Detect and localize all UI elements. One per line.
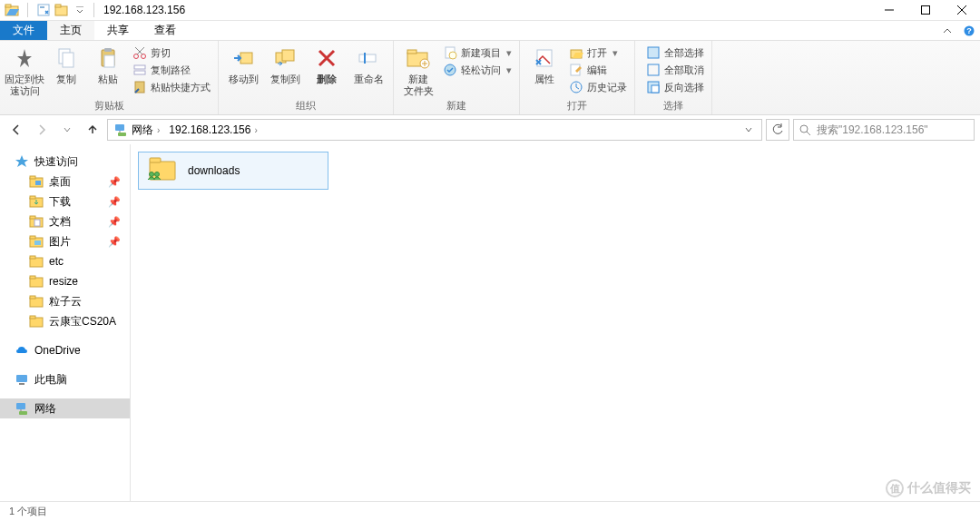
sidebar-item-desktop[interactable]: 桌面📌	[0, 172, 130, 192]
svg-rect-37	[652, 85, 659, 93]
folder-icon	[29, 254, 44, 269]
svg-rect-42	[30, 176, 35, 179]
svg-rect-59	[30, 316, 35, 319]
svg-rect-47	[30, 216, 35, 219]
svg-rect-38	[115, 124, 124, 131]
ribbon-tabs: 文件 主页 共享 查看 ?	[0, 21, 980, 41]
new-item-button[interactable]: 新建项目▾	[439, 44, 515, 61]
sidebar-item-liziyun[interactable]: 粒子云	[0, 291, 130, 311]
svg-rect-55	[30, 276, 35, 279]
svg-rect-21	[282, 50, 294, 61]
svg-rect-65	[150, 158, 161, 162]
svg-rect-12	[104, 48, 112, 52]
ribbon-group-select: 全部选择 全部取消 反向选择 选择	[635, 41, 712, 114]
sidebar-item-etc[interactable]: etc	[0, 251, 130, 271]
network-icon	[15, 401, 29, 416]
tab-view[interactable]: 查看	[142, 21, 189, 40]
quick-access-toolbar	[0, 2, 88, 18]
sidebar-quick-access[interactable]: 快速访问	[0, 152, 130, 172]
properties-qat-icon[interactable]	[35, 2, 52, 18]
svg-rect-25	[407, 50, 416, 54]
svg-rect-61	[19, 383, 24, 385]
folder-icon	[29, 234, 44, 249]
select-all-button[interactable]: 全部选择	[642, 44, 708, 61]
new-folder-qat-icon[interactable]	[54, 2, 70, 18]
ribbon-group-open: 属性 打开▾ 编辑 历史记录 打开	[520, 41, 635, 114]
invert-selection-button[interactable]: 反向选择	[642, 79, 708, 95]
move-to-button[interactable]: 移动到	[222, 43, 264, 85]
cut-button[interactable]: 剪切	[129, 44, 214, 61]
sidebar-item-yunkangbao[interactable]: 云康宝CS20A	[0, 311, 130, 331]
title-bar: 192.168.123.156	[0, 0, 980, 21]
svg-rect-63	[19, 411, 27, 415]
folder-icon	[29, 314, 44, 329]
forward-button[interactable]	[31, 119, 53, 141]
svg-rect-5	[55, 5, 61, 7]
svg-rect-39	[118, 133, 126, 136]
status-bar: 1 个项目	[0, 501, 980, 521]
up-button[interactable]	[82, 119, 103, 141]
tab-file[interactable]: 文件	[0, 21, 47, 40]
paste-button[interactable]: 粘贴	[87, 43, 129, 85]
address-dropdown-icon[interactable]	[738, 119, 760, 141]
item-count: 1 个项目	[9, 505, 47, 518]
easy-access-button[interactable]: 轻松访问▾	[439, 62, 515, 78]
help-icon[interactable]: ?	[958, 21, 980, 40]
tab-home[interactable]: 主页	[47, 21, 94, 40]
breadcrumb-address[interactable]: 192.168.123.156›	[165, 123, 260, 136]
search-icon	[799, 124, 811, 136]
sidebar-item-documents[interactable]: 文档📌	[0, 211, 130, 231]
delete-button[interactable]: 删除	[306, 43, 348, 85]
svg-rect-35	[648, 64, 659, 75]
sidebar-onedrive[interactable]: OneDrive	[0, 340, 130, 360]
select-none-button[interactable]: 全部取消	[642, 62, 708, 78]
svg-rect-45	[30, 196, 35, 199]
copy-path-button[interactable]: 复制路径	[129, 62, 214, 78]
pin-to-quick-access-button[interactable]: 固定到快 速访问	[4, 43, 45, 97]
svg-rect-43	[35, 181, 41, 185]
refresh-button[interactable]	[766, 119, 789, 141]
ribbon-collapse-icon[interactable]	[936, 21, 958, 40]
svg-rect-19	[240, 53, 252, 64]
search-input[interactable]: 搜索"192.168.123.156"	[793, 119, 975, 141]
svg-rect-53	[30, 256, 35, 259]
recent-dropdown-icon[interactable]	[56, 119, 78, 141]
window-title: 192.168.123.156	[100, 4, 185, 16]
svg-point-28	[449, 52, 456, 59]
history-button[interactable]: 历史记录	[565, 79, 631, 95]
paste-shortcut-button[interactable]: 粘贴快捷方式	[129, 79, 214, 95]
maximize-button[interactable]	[907, 0, 944, 20]
close-button[interactable]	[944, 0, 980, 20]
tab-share[interactable]: 共享	[94, 21, 142, 40]
sidebar-item-pictures[interactable]: 图片📌	[0, 231, 130, 251]
back-button[interactable]	[5, 119, 27, 141]
edit-button[interactable]: 编辑	[565, 62, 631, 78]
svg-point-67	[155, 172, 160, 177]
properties-button[interactable]: 属性	[524, 43, 565, 85]
pc-icon	[15, 372, 29, 387]
pin-icon: 📌	[108, 236, 121, 248]
rename-button[interactable]: 重命名	[348, 43, 389, 85]
new-folder-button[interactable]: 新建 文件夹	[397, 43, 439, 97]
sidebar-item-resize[interactable]: resize	[0, 271, 130, 291]
copy-button[interactable]: 复制	[45, 43, 87, 85]
folder-name: downloads	[188, 164, 240, 177]
svg-rect-22	[359, 54, 376, 62]
content-pane[interactable]: downloads 值 什么值得买	[131, 144, 980, 501]
qat-dropdown-icon[interactable]	[72, 2, 88, 18]
sidebar-item-downloads[interactable]: 下载📌	[0, 192, 130, 211]
sidebar-network[interactable]: 网络	[0, 398, 130, 418]
address-box[interactable]: 网络› 192.168.123.156›	[107, 119, 762, 141]
svg-rect-48	[34, 220, 40, 226]
svg-point-40	[800, 125, 808, 133]
minimize-button[interactable]	[871, 0, 907, 20]
open-button[interactable]: 打开▾	[565, 44, 631, 61]
sidebar-this-pc[interactable]: 此电脑	[0, 369, 130, 389]
copy-to-button[interactable]: 复制到	[264, 43, 306, 85]
svg-rect-16	[134, 65, 145, 69]
breadcrumb-network[interactable]: 网络›	[110, 123, 163, 138]
pin-icon: 📌	[108, 176, 121, 188]
folder-item-downloads[interactable]: downloads	[138, 152, 328, 190]
watermark: 值 什么值得买	[886, 479, 971, 497]
cloud-icon	[15, 343, 29, 358]
